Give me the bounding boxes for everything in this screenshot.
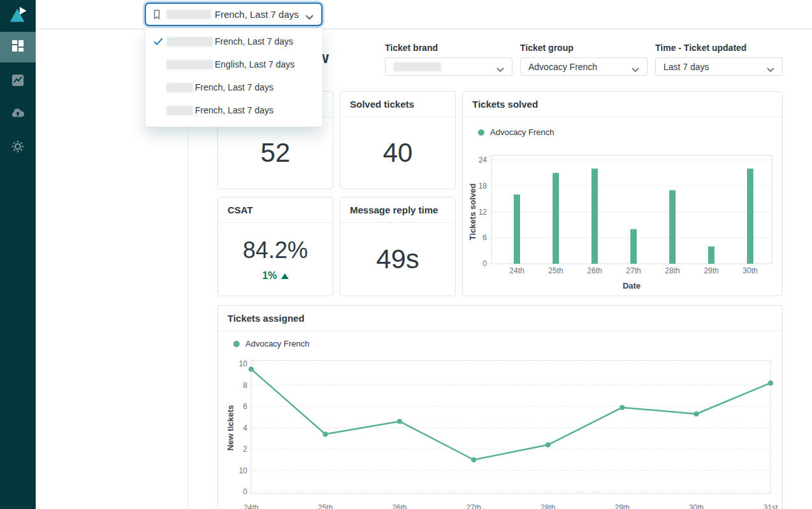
kpi-card-csat: CSAT 84.2% 1% bbox=[217, 197, 333, 296]
dashboard-tiles-icon bbox=[11, 39, 24, 55]
filter-label-ticket-group: Ticket group bbox=[520, 43, 574, 53]
card-title: CSAT bbox=[218, 197, 333, 223]
kpi-value: 49s bbox=[376, 244, 419, 275]
menu-item-0[interactable]: French, Last 7 days bbox=[145, 30, 323, 53]
dashboard-selector-value: French, Last 7 days bbox=[215, 9, 299, 20]
chevron-down-icon bbox=[497, 64, 504, 69]
svg-text:4: 4 bbox=[243, 424, 247, 433]
redacted-text bbox=[166, 10, 211, 19]
menu-item-label: French, Last 7 days bbox=[195, 105, 273, 115]
svg-text:26th: 26th bbox=[392, 503, 407, 509]
kpi-delta-value: 1% bbox=[262, 270, 277, 282]
svg-text:29th: 29th bbox=[614, 503, 629, 509]
card-title: Solved tickets bbox=[340, 92, 455, 117]
chevron-down-icon bbox=[305, 11, 314, 17]
kpi-card-message-reply-time: Message reply time 49s bbox=[340, 197, 456, 296]
filter-label-ticket-brand: Ticket brand bbox=[385, 43, 438, 53]
svg-text:0: 0 bbox=[482, 259, 487, 268]
filter-value: Advocacy French bbox=[528, 62, 597, 72]
svg-text:28th: 28th bbox=[665, 266, 679, 275]
sidebar-item-queries[interactable] bbox=[0, 66, 36, 97]
svg-text:10: 10 bbox=[239, 359, 248, 368]
svg-text:30th: 30th bbox=[743, 266, 757, 275]
sidebar-item-admin[interactable] bbox=[0, 133, 36, 163]
svg-text:0: 0 bbox=[243, 487, 247, 496]
app-sidebar bbox=[0, 0, 36, 509]
explore-logo-icon[interactable] bbox=[0, 0, 36, 29]
chart-card-tickets-solved: Tickets solved Advocacy French 061218242… bbox=[462, 91, 783, 296]
gear-icon bbox=[11, 140, 24, 155]
svg-text:31st: 31st bbox=[764, 503, 778, 509]
chart-query-icon bbox=[11, 74, 24, 89]
redacted-text bbox=[393, 62, 441, 71]
sidebar-item-dashboards[interactable] bbox=[0, 32, 36, 62]
kpi-value: 40 bbox=[383, 138, 413, 168]
menu-item-label: French, Last 7 days bbox=[195, 82, 273, 92]
svg-text:24th: 24th bbox=[509, 266, 524, 275]
check-icon bbox=[154, 38, 163, 46]
filter-value: Last 7 days bbox=[663, 62, 709, 72]
cloud-upload-icon bbox=[11, 106, 25, 123]
svg-text:24: 24 bbox=[479, 155, 488, 164]
svg-text:Tickets solved: Tickets solved bbox=[468, 183, 477, 240]
menu-item-label: French, Last 7 days bbox=[215, 36, 293, 47]
check-icon bbox=[154, 61, 163, 69]
tickets-solved-bar-chart: 0612182424th25th26th27th28th29th30thDate… bbox=[463, 117, 783, 297]
chevron-down-icon bbox=[767, 64, 774, 69]
svg-text:New tickets: New tickets bbox=[226, 405, 235, 451]
tickets-assigned-line-chart: 10864210024th25th26th27th28th29th30th31s… bbox=[218, 331, 783, 509]
svg-text:8: 8 bbox=[243, 381, 247, 390]
svg-text:Date: Date bbox=[623, 281, 641, 290]
card-title: Message reply time bbox=[340, 197, 455, 223]
svg-text:6: 6 bbox=[482, 233, 487, 242]
filter-select-time[interactable]: Last 7 days bbox=[655, 57, 783, 76]
check-icon bbox=[154, 83, 163, 92]
svg-text:27th: 27th bbox=[467, 503, 481, 509]
filter-select-ticket-group[interactable]: Advocacy French bbox=[520, 57, 648, 76]
svg-text:10: 10 bbox=[239, 466, 248, 475]
check-icon bbox=[154, 106, 163, 115]
bookmark-icon bbox=[151, 9, 163, 20]
svg-text:24th: 24th bbox=[243, 503, 258, 509]
svg-text:27th: 27th bbox=[626, 266, 641, 275]
kpi-card-solved-tickets: Solved tickets 40 bbox=[340, 91, 456, 189]
dashboard-selector-combobox[interactable]: French, Last 7 days bbox=[145, 3, 323, 26]
svg-text:30th: 30th bbox=[689, 503, 704, 509]
filter-select-ticket-brand[interactable] bbox=[385, 57, 512, 76]
chevron-down-icon bbox=[632, 64, 639, 69]
svg-text:28th: 28th bbox=[540, 503, 555, 509]
svg-text:29th: 29th bbox=[704, 266, 718, 275]
chart-title: Tickets assigned bbox=[218, 306, 782, 331]
chart-card-tickets-assigned: Tickets assigned Advocacy French 1086421… bbox=[217, 305, 783, 509]
kpi-delta: 1% bbox=[262, 270, 288, 282]
redacted-text bbox=[166, 83, 193, 92]
svg-text:2: 2 bbox=[243, 445, 247, 454]
svg-text:18: 18 bbox=[479, 182, 488, 190]
redacted-text bbox=[166, 60, 213, 69]
menu-item-2[interactable]: French, Last 7 days bbox=[145, 76, 323, 99]
svg-text:26th: 26th bbox=[587, 266, 602, 275]
redacted-text bbox=[166, 37, 213, 47]
svg-text:12: 12 bbox=[479, 208, 488, 217]
svg-text:6: 6 bbox=[243, 402, 247, 411]
sidebar-item-datasets[interactable] bbox=[0, 99, 36, 130]
redacted-text bbox=[166, 106, 193, 115]
svg-text:25th: 25th bbox=[318, 503, 333, 509]
filter-label-time: Time - Ticket updated bbox=[655, 43, 746, 53]
chart-title: Tickets solved bbox=[463, 92, 782, 117]
kpi-value: 52 bbox=[261, 138, 291, 168]
menu-item-label: English, Last 7 days bbox=[215, 59, 294, 69]
kpi-value: 84.2% bbox=[243, 237, 308, 264]
svg-text:25th: 25th bbox=[548, 266, 563, 275]
menu-item-3[interactable]: French, Last 7 days bbox=[145, 99, 323, 122]
menu-item-1[interactable]: English, Last 7 days bbox=[145, 53, 323, 76]
triangle-up-icon bbox=[281, 273, 289, 279]
dashboard-selector-menu: French, Last 7 days English, Last 7 days… bbox=[145, 28, 323, 127]
